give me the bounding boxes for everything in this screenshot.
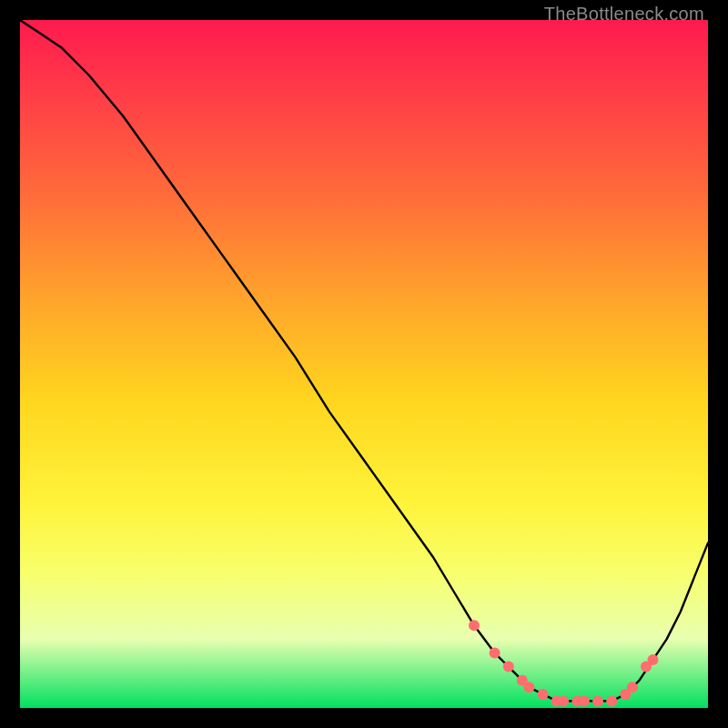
marker-point xyxy=(648,654,659,665)
chart-stage: TheBottleneck.com xyxy=(0,0,728,728)
marker-point xyxy=(627,682,638,693)
marker-point xyxy=(558,695,569,706)
marker-point xyxy=(538,689,549,700)
marker-point xyxy=(503,662,514,672)
plot-area xyxy=(20,20,708,708)
marker-point xyxy=(579,695,590,706)
chart-svg xyxy=(20,20,708,708)
valley-markers xyxy=(469,620,659,706)
marker-point xyxy=(469,620,480,631)
marker-point xyxy=(592,695,603,706)
attribution-text: TheBottleneck.com xyxy=(544,4,704,25)
marker-point xyxy=(490,648,500,659)
bottleneck-curve xyxy=(20,20,708,701)
marker-point xyxy=(523,682,534,693)
marker-point xyxy=(606,695,617,706)
